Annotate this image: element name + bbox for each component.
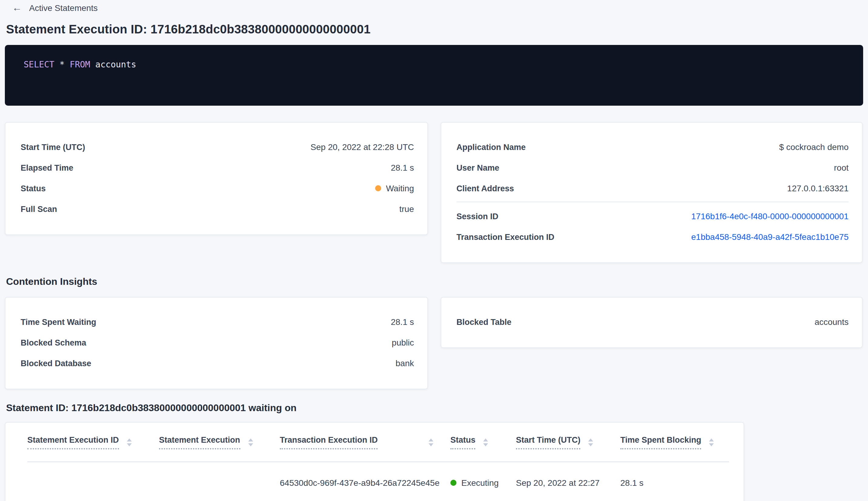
elapsed-time-label: Elapsed Time bbox=[21, 163, 74, 172]
status-text: Waiting bbox=[386, 183, 414, 193]
column-header-label[interactable]: Transaction Execution ID bbox=[280, 435, 378, 449]
time-spent-waiting-value: 28.1 s bbox=[391, 317, 414, 327]
waiting-on-table: Statement Execution ID Statement Executi… bbox=[5, 422, 744, 501]
transaction-execution-id-label: Transaction Execution ID bbox=[456, 232, 554, 242]
info-row-user-name: User Name root bbox=[456, 157, 849, 178]
sort-icon[interactable] bbox=[127, 438, 132, 446]
cell-start-time: Sep 20, 2022 at 22:27 bbox=[516, 478, 620, 487]
status-label: Status bbox=[21, 184, 46, 193]
full-scan-value: true bbox=[399, 204, 414, 214]
cell-status: Executing bbox=[451, 478, 516, 487]
executing-status-dot-icon bbox=[451, 479, 456, 486]
column-header-start-time[interactable]: Start Time (UTC) bbox=[516, 435, 620, 449]
sql-keyword-from: FROM bbox=[70, 60, 90, 69]
start-time-value: Sep 20, 2022 at 22:28 UTC bbox=[311, 142, 414, 152]
contention-cards-row: Time Spent Waiting 28.1 s Blocked Schema… bbox=[5, 297, 862, 389]
blocked-table-card: Blocked Table accounts bbox=[441, 297, 862, 348]
start-time-label: Start Time (UTC) bbox=[21, 142, 85, 151]
blocked-database-value: bank bbox=[395, 358, 414, 368]
column-header-label[interactable]: Start Time (UTC) bbox=[516, 435, 581, 449]
user-name-value: root bbox=[834, 163, 849, 172]
info-row-transaction-execution-id: Transaction Execution ID e1bba458-5948-4… bbox=[456, 226, 849, 247]
back-link-active-statements[interactable]: Active Statements bbox=[29, 3, 98, 13]
cell-transaction-execution-id: 64530d0c-969f-437e-a9b4-26a72245e45e bbox=[280, 478, 451, 487]
statement-details-page: ← Active Statements Statement Execution … bbox=[0, 0, 868, 501]
blocked-schema-label: Blocked Schema bbox=[21, 338, 86, 347]
info-row-client-address: Client Address 127.0.0.1:63321 bbox=[456, 178, 849, 199]
time-spent-waiting-label: Time Spent Waiting bbox=[21, 317, 96, 327]
blocked-schema-value: public bbox=[392, 338, 414, 347]
execution-summary-card: Start Time (UTC) Sep 20, 2022 at 22:28 U… bbox=[5, 122, 428, 235]
breadcrumb: ← Active Statements bbox=[0, 0, 868, 14]
application-name-value: $ cockroach demo bbox=[779, 142, 849, 152]
session-id-label: Session ID bbox=[456, 212, 498, 221]
executing-status-text: Executing bbox=[461, 478, 499, 487]
session-summary-card: Application Name $ cockroach demo User N… bbox=[441, 122, 862, 263]
info-row-start-time: Start Time (UTC) Sep 20, 2022 at 22:28 U… bbox=[21, 137, 414, 157]
info-row-elapsed-time: Elapsed Time 28.1 s bbox=[21, 157, 414, 178]
sql-statement-box: SELECT * FROM accounts bbox=[5, 45, 863, 106]
info-row-blocked-table: Blocked Table accounts bbox=[456, 311, 849, 332]
waiting-on-heading: Statement ID: 1716b218dc0b38380000000000… bbox=[6, 403, 863, 414]
column-header-statement-execution[interactable]: Statement Execution bbox=[159, 435, 280, 449]
sort-icon[interactable] bbox=[709, 438, 714, 446]
cell-time-spent-blocking: 28.1 s bbox=[620, 478, 729, 487]
page-title: Statement Execution ID: 1716b218dc0b3838… bbox=[6, 22, 863, 36]
overview-cards-row: Start Time (UTC) Sep 20, 2022 at 22:28 U… bbox=[5, 122, 862, 263]
column-header-transaction-execution-id[interactable]: Transaction Execution ID bbox=[280, 435, 451, 449]
column-header-label[interactable]: Statement Execution ID bbox=[27, 435, 119, 449]
sql-keyword-select: SELECT bbox=[24, 60, 54, 69]
table-header-row: Statement Execution ID Statement Executi… bbox=[27, 423, 729, 462]
info-row-status: Status Waiting bbox=[21, 178, 414, 199]
info-row-blocked-schema: Blocked Schema public bbox=[21, 332, 414, 353]
info-row-full-scan: Full Scan true bbox=[21, 199, 414, 219]
application-name-label: Application Name bbox=[456, 142, 526, 151]
sort-icon[interactable] bbox=[248, 438, 253, 446]
session-id-link[interactable]: 1716b1f6-4e0c-f480-0000-000000000001 bbox=[691, 211, 849, 221]
column-header-time-spent-blocking[interactable]: Time Spent Blocking bbox=[620, 435, 729, 449]
column-header-status[interactable]: Status bbox=[451, 435, 516, 449]
full-scan-label: Full Scan bbox=[21, 204, 57, 213]
waiting-status-dot-icon bbox=[375, 185, 381, 191]
client-address-label: Client Address bbox=[456, 184, 514, 193]
blocked-table-label: Blocked Table bbox=[456, 317, 511, 327]
column-header-label[interactable]: Time Spent Blocking bbox=[620, 435, 701, 449]
column-header-label[interactable]: Statement Execution bbox=[159, 435, 240, 449]
sort-icon[interactable] bbox=[428, 438, 433, 446]
blocked-database-label: Blocked Database bbox=[21, 359, 91, 368]
contention-details-card: Time Spent Waiting 28.1 s Blocked Schema… bbox=[5, 297, 428, 389]
info-row-application-name: Application Name $ cockroach demo bbox=[456, 137, 849, 157]
info-row-blocked-database: Blocked Database bank bbox=[21, 353, 414, 373]
client-address-value: 127.0.0.1:63321 bbox=[787, 183, 849, 193]
sql-star: * bbox=[59, 60, 65, 69]
transaction-execution-id-link[interactable]: e1bba458-5948-40a9-a42f-5feac1b10e75 bbox=[691, 232, 849, 242]
sort-icon[interactable] bbox=[588, 438, 593, 446]
sort-icon[interactable] bbox=[484, 438, 488, 446]
card-divider bbox=[456, 202, 849, 202]
info-row-session-id: Session ID 1716b1f6-4e0c-f480-0000-00000… bbox=[456, 206, 849, 226]
status-value: Waiting bbox=[375, 183, 414, 193]
column-header-label[interactable]: Status bbox=[451, 435, 476, 449]
blocked-table-value: accounts bbox=[815, 317, 849, 327]
contention-insights-heading: Contention Insights bbox=[6, 276, 863, 287]
table-row: 64530d0c-969f-437e-a9b4-26a72245e45e Exe… bbox=[27, 462, 729, 501]
sql-table-name: accounts bbox=[95, 60, 136, 69]
info-row-time-spent-waiting: Time Spent Waiting 28.1 s bbox=[21, 311, 414, 332]
user-name-label: User Name bbox=[456, 163, 499, 172]
column-header-statement-execution-id[interactable]: Statement Execution ID bbox=[27, 435, 159, 449]
back-arrow-icon[interactable]: ← bbox=[12, 3, 22, 13]
elapsed-time-value: 28.1 s bbox=[391, 163, 414, 172]
